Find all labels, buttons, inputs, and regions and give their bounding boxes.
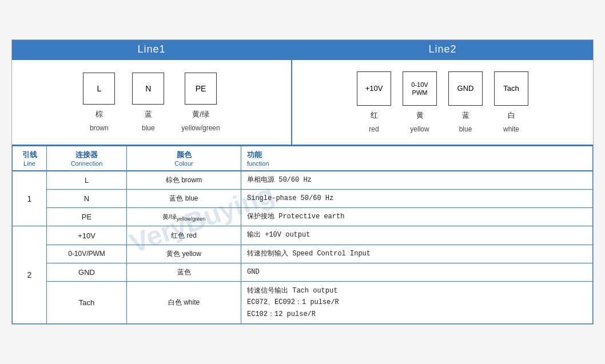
conn-GND-cell: GND xyxy=(47,263,127,281)
func-N-cell: Single-phase 50/60 Hz xyxy=(241,190,593,208)
connector-box-PWM: 0-10VPWM xyxy=(403,71,437,106)
connector-box-10V: +10V xyxy=(357,71,391,106)
colour-Tach-cell: 白色 white xyxy=(127,281,241,323)
connector-en-PE: yellow/green xyxy=(181,124,220,132)
th-func-cn: 功能 xyxy=(247,150,587,160)
th-colour-cn: 颜色 xyxy=(133,150,235,160)
connector-cn-N: 蓝 xyxy=(145,109,152,119)
conn-Tach-cell: Tach xyxy=(47,281,127,323)
th-conn-cn: 连接器 xyxy=(53,150,121,160)
connector-PWM: 0-10VPWM 黄 yellow xyxy=(403,71,437,133)
connector-box-L: L xyxy=(83,73,115,105)
th-line-cn: 引线 xyxy=(18,150,41,160)
connector-cn-L: 棕 xyxy=(95,109,103,119)
conn-L-cell: L xyxy=(47,171,127,190)
diagram-line1: L 棕 brown N 蓝 blue PE 黄/绿 yellow/green xyxy=(12,60,292,145)
th-conn-en: Connection xyxy=(53,160,121,167)
connector-en-10V: red xyxy=(369,125,379,133)
colour-PE-cell: 黄/绿yellow/green xyxy=(127,208,241,226)
connector-GND: GND 蓝 blue xyxy=(448,71,483,133)
connector-en-N: blue xyxy=(142,124,155,132)
table-row: 1 L 棕色 browm 单相电源 50/60 Hz xyxy=(13,171,593,190)
connector-box-GND: GND xyxy=(448,71,483,106)
connector-PE: PE 黄/绿 yellow/green xyxy=(181,73,220,132)
conn-PE-cell: PE xyxy=(47,208,127,226)
connector-cn-PWM: 黄 xyxy=(416,110,424,121)
line-2-cell: 2 xyxy=(13,226,47,324)
header-row: Line1 Line2 xyxy=(12,40,593,60)
main-container: Line1 Line2 L 棕 brown N 蓝 blue PE 黄/绿 ye… xyxy=(11,39,594,325)
th-func-en: function xyxy=(247,160,587,167)
th-conn: 连接器 Connection xyxy=(47,146,127,171)
table-row: Tach 白色 white 转速信号输出 Tach outputEC072、EC… xyxy=(13,281,593,323)
connector-en-L: brown xyxy=(90,124,109,132)
func-Tach-cell: 转速信号输出 Tach outputEC072、EC092：1 pulse/RE… xyxy=(241,281,593,323)
colour-N-cell: 蓝色 blue xyxy=(127,190,241,208)
table-row: GND 蓝色 GND xyxy=(13,263,593,281)
func-PWM-cell: 转速控制输入 Speed Control Input xyxy=(241,245,593,263)
connector-box-Tach: Tach xyxy=(494,71,528,106)
func-10V-cell: 输出 +10V output xyxy=(241,226,593,245)
header-line1: Line1 xyxy=(12,40,292,59)
func-GND-cell: GND xyxy=(241,263,593,281)
table-body: 1 L 棕色 browm 单相电源 50/60 Hz N 蓝色 blue Sin… xyxy=(13,171,593,324)
line-1-cell: 1 xyxy=(13,171,47,226)
connector-L: L 棕 brown xyxy=(83,73,115,132)
colour-PWM-cell: 黄色 yellow xyxy=(127,245,241,263)
table-row: PE 黄/绿yellow/green 保护接地 Protective earth xyxy=(13,208,593,226)
func-L-cell: 单相电源 50/60 Hz xyxy=(241,171,593,190)
conn-PWM-cell: 0-10V/PWM xyxy=(47,245,127,263)
th-colour-en: Colour xyxy=(133,160,235,167)
table-header-row: 引线 Line 连接器 Connection 颜色 Colour 功能 func… xyxy=(13,146,593,171)
header-line2: Line2 xyxy=(292,40,593,59)
colour-10V-cell: 红色 red xyxy=(127,226,241,245)
conn-10V-cell: +10V xyxy=(47,226,127,245)
table-row: N 蓝色 blue Single-phase 50/60 Hz xyxy=(13,190,593,208)
connector-box-PE: PE xyxy=(185,73,217,105)
connector-en-PWM: yellow xyxy=(410,125,429,133)
connector-en-GND: blue xyxy=(459,125,472,133)
colour-L-cell: 棕色 browm xyxy=(127,171,241,190)
th-line-en: Line xyxy=(18,160,41,167)
table-row: 0-10V/PWM 黄色 yellow 转速控制输入 Speed Control… xyxy=(13,245,593,263)
colour-GND-cell: 蓝色 xyxy=(127,263,241,281)
func-PE-cell: 保护接地 Protective earth xyxy=(241,208,593,226)
diagram-line2: +10V 红 red 0-10VPWM 黄 yellow GND 蓝 blue … xyxy=(292,60,593,145)
th-colour: 颜色 Colour xyxy=(127,146,241,171)
diagram-row: L 棕 brown N 蓝 blue PE 黄/绿 yellow/green +… xyxy=(12,60,593,146)
th-line: 引线 Line xyxy=(13,146,47,171)
conn-N-cell: N xyxy=(47,190,127,208)
connector-N: N 蓝 blue xyxy=(132,73,164,132)
th-func: 功能 function xyxy=(241,146,593,171)
connector-10V: +10V 红 red xyxy=(357,71,391,133)
connector-box-N: N xyxy=(132,73,164,105)
wiring-table: 引线 Line 连接器 Connection 颜色 Colour 功能 func… xyxy=(12,146,593,324)
connector-Tach: Tach 白 white xyxy=(494,71,528,133)
connector-cn-GND: 蓝 xyxy=(462,110,469,121)
connector-cn-Tach: 白 xyxy=(508,110,515,121)
table-wrapper: VeryBuying 引线 Line 连接器 Connection 颜色 Col… xyxy=(12,146,593,324)
table-row: 2 +10V 红色 red 输出 +10V output xyxy=(13,226,593,245)
connector-cn-10V: 红 xyxy=(371,110,378,121)
connector-en-Tach: white xyxy=(503,125,519,133)
connector-cn-PE: 黄/绿 xyxy=(192,109,209,119)
